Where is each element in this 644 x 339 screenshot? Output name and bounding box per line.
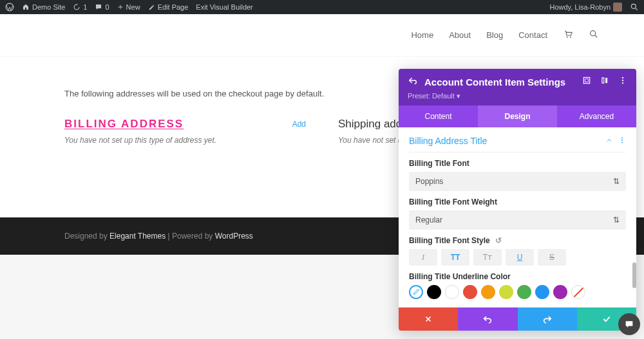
svg-point-5 xyxy=(591,31,596,36)
search-icon[interactable] xyxy=(589,29,599,41)
section-title[interactable]: Billing Address Title xyxy=(409,136,487,146)
italic-button[interactable]: I xyxy=(409,249,437,266)
panel-preset[interactable]: Preset: Default ▾ xyxy=(408,92,627,100)
new-label: New xyxy=(126,3,140,11)
site-name-label: Demo Site xyxy=(32,3,65,11)
style-buttons: I TT Tᴛ U S xyxy=(409,249,626,266)
scrollbar-thumb[interactable] xyxy=(632,262,636,288)
admin-search-icon[interactable] xyxy=(630,3,639,12)
weight-select[interactable]: Regular⇅ xyxy=(409,210,626,230)
swatch-black[interactable] xyxy=(427,285,441,299)
font-label: Billing Title Font xyxy=(409,159,626,168)
tab-advanced[interactable]: Advanced xyxy=(557,105,636,127)
nav-contact[interactable]: Contact xyxy=(518,30,547,40)
panel-actions xyxy=(399,307,636,331)
kebab-icon[interactable] xyxy=(618,76,627,87)
chat-bubble-icon[interactable] xyxy=(618,313,640,335)
undo-button[interactable] xyxy=(458,307,517,331)
svg-point-11 xyxy=(622,77,623,78)
svg-line-2 xyxy=(636,8,638,10)
nav-about[interactable]: About xyxy=(449,30,471,40)
settings-panel: Account Content Item Settings Preset: De… xyxy=(399,69,636,331)
eyedropper-swatch[interactable] xyxy=(409,285,423,299)
nav-home[interactable]: Home xyxy=(411,30,433,40)
swatch-green[interactable] xyxy=(517,285,531,299)
sort-icon: ⇅ xyxy=(613,177,620,186)
font-select[interactable]: Poppins⇅ xyxy=(409,172,626,191)
swatch-red[interactable] xyxy=(463,285,477,299)
swatch-orange[interactable] xyxy=(481,285,495,299)
wp-admin-bar: Demo Site 1 0 New Edit Page Exit Visual … xyxy=(0,0,644,14)
svg-point-15 xyxy=(621,140,623,141)
billing-col: BILLING ADDRESS Add You have not set up … xyxy=(64,118,306,145)
howdy[interactable]: Howdy, Lisa-Robyn xyxy=(549,3,622,12)
snap-icon[interactable] xyxy=(600,76,609,87)
site-nav: Home About Blog Contact xyxy=(0,14,644,57)
billing-add-link[interactable]: Add xyxy=(292,120,306,129)
new-content[interactable]: New xyxy=(117,3,140,11)
uppercase-button[interactable]: TT xyxy=(441,249,469,266)
svg-rect-10 xyxy=(605,78,607,83)
color-label: Billing Title Underline Color xyxy=(409,272,626,281)
svg-point-12 xyxy=(622,80,623,81)
redo-button[interactable] xyxy=(518,307,577,331)
updates[interactable]: 1 xyxy=(73,3,87,11)
sort-icon: ⇅ xyxy=(613,215,620,224)
smallcaps-button[interactable]: Tᴛ xyxy=(473,249,502,266)
footer-platform[interactable]: WordPress xyxy=(215,232,253,241)
svg-point-3 xyxy=(567,37,568,38)
tab-design[interactable]: Design xyxy=(478,105,557,127)
billing-empty: You have not set up this type of address… xyxy=(64,136,306,145)
edit-page[interactable]: Edit Page xyxy=(148,3,189,11)
comments[interactable]: 0 xyxy=(95,3,109,11)
font-value: Poppins xyxy=(415,177,443,186)
panel-title: Account Content Item Settings xyxy=(424,77,576,87)
site-name[interactable]: Demo Site xyxy=(22,3,65,11)
exit-vb-label: Exit Visual Builder xyxy=(196,3,252,11)
footer-theme[interactable]: Elegant Themes xyxy=(109,232,166,241)
swatch-white[interactable] xyxy=(445,285,459,299)
updates-count: 1 xyxy=(83,3,87,11)
cart-icon[interactable] xyxy=(563,29,573,41)
tab-content[interactable]: Content xyxy=(399,105,478,127)
cancel-button[interactable] xyxy=(399,307,458,331)
svg-rect-7 xyxy=(583,77,589,83)
kebab-icon[interactable] xyxy=(618,135,626,147)
weight-label: Billing Title Font Weight xyxy=(409,197,626,206)
swatch-blue[interactable] xyxy=(535,285,549,299)
edit-page-label: Edit Page xyxy=(158,3,189,11)
swatch-purple[interactable] xyxy=(553,285,567,299)
footer-sep: | Powered by xyxy=(166,232,215,241)
swatch-lime[interactable] xyxy=(499,285,513,299)
svg-point-14 xyxy=(621,138,623,139)
reset-icon[interactable]: ↺ xyxy=(495,236,502,245)
underline-button[interactable]: U xyxy=(506,249,534,266)
svg-rect-8 xyxy=(585,79,589,82)
avatar xyxy=(613,3,622,12)
exit-vb[interactable]: Exit Visual Builder xyxy=(196,3,252,11)
billing-title: BILLING ADDRESS xyxy=(64,118,184,131)
svg-point-1 xyxy=(631,4,636,8)
svg-line-6 xyxy=(595,35,597,37)
panel-body: Billing Address Title Billing Title Font… xyxy=(399,127,636,307)
panel-tabs: Content Design Advanced xyxy=(399,105,636,127)
howdy-label: Howdy, Lisa-Robyn xyxy=(549,3,611,11)
svg-rect-9 xyxy=(602,78,604,83)
wp-logo[interactable] xyxy=(5,3,14,12)
panel-titlebar[interactable]: Account Content Item Settings Preset: De… xyxy=(399,69,636,105)
nav-blog[interactable]: Blog xyxy=(486,30,503,40)
shipping-title: Shipping add xyxy=(338,118,402,131)
svg-point-4 xyxy=(570,37,571,38)
svg-point-13 xyxy=(622,82,623,84)
comments-count: 0 xyxy=(105,3,109,11)
expand-icon[interactable] xyxy=(582,76,591,87)
chevron-down-icon: ▾ xyxy=(457,92,460,100)
style-label: Billing Title Font Style↺ xyxy=(409,236,626,245)
undo-arrow-icon[interactable] xyxy=(408,75,418,88)
weight-value: Regular xyxy=(415,215,442,224)
chevron-up-icon[interactable] xyxy=(605,135,613,147)
color-swatches xyxy=(409,285,626,299)
svg-point-16 xyxy=(621,142,623,143)
strikethrough-button[interactable]: S xyxy=(538,249,566,266)
swatch-transparent[interactable] xyxy=(571,285,585,299)
